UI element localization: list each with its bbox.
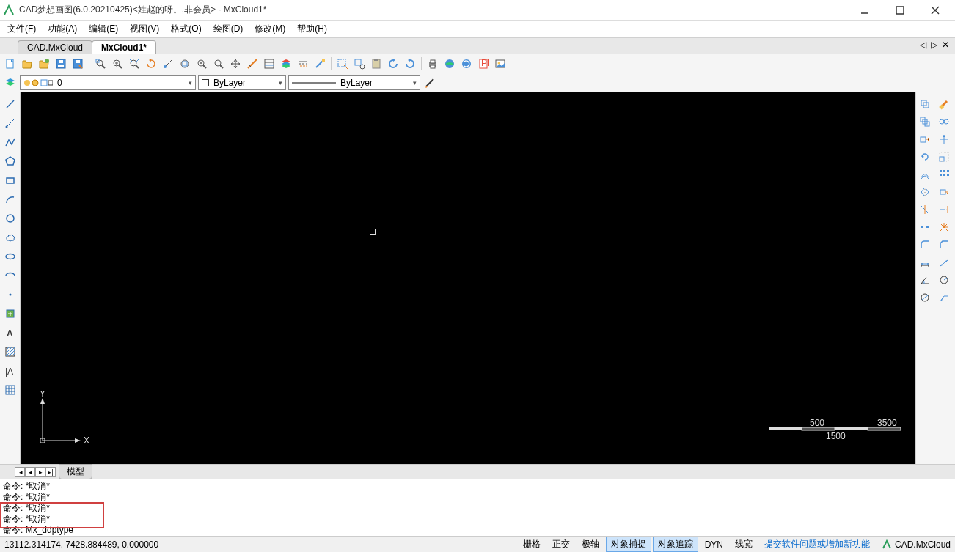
zoom-extents-icon[interactable]: [127, 56, 142, 71]
doc-tab-1[interactable]: MxCloud1*: [92, 40, 156, 54]
grid-toggle[interactable]: 栅格: [518, 537, 546, 552]
image-icon[interactable]: [493, 56, 508, 71]
save-as-icon[interactable]: [70, 56, 85, 71]
layers-icon[interactable]: [279, 56, 293, 71]
extend-icon[interactable]: [937, 202, 951, 217]
line-icon[interactable]: [3, 97, 18, 111]
menu-format[interactable]: 格式(O): [171, 23, 201, 35]
globe-refresh-icon[interactable]: [459, 56, 474, 71]
nav-first-icon[interactable]: |◂: [15, 467, 25, 477]
maximize-button[interactable]: [889, 3, 911, 18]
otrack-toggle[interactable]: 对象追踪: [653, 537, 698, 552]
pdf-icon[interactable]: PDF: [476, 56, 491, 71]
trim-icon[interactable]: [918, 202, 932, 217]
mirror-icon[interactable]: [918, 185, 932, 199]
move-arrow-icon[interactable]: [937, 132, 951, 147]
layer-manager-icon[interactable]: [3, 75, 18, 90]
menu-view[interactable]: 视图(V): [130, 23, 159, 35]
tab-prev-icon[interactable]: ◁: [918, 40, 928, 50]
select-icon[interactable]: [335, 56, 350, 71]
erase-icon[interactable]: [937, 97, 951, 111]
chamfer-icon[interactable]: [937, 237, 951, 252]
dim-aligned-icon[interactable]: [937, 255, 951, 270]
zoom-center-icon[interactable]: [194, 56, 209, 71]
paste-icon[interactable]: [369, 56, 384, 71]
copy-obj-icon[interactable]: [918, 97, 932, 111]
revcloud-icon[interactable]: [3, 230, 18, 245]
tab-close-icon[interactable]: ✕: [940, 40, 951, 50]
layer-combo[interactable]: 0 ▾: [20, 75, 196, 90]
measure-icon[interactable]: [245, 56, 260, 71]
menu-file[interactable]: 文件(F): [7, 23, 36, 35]
ellipse-arc-icon[interactable]: [3, 268, 18, 283]
ortho-toggle[interactable]: 正交: [547, 537, 575, 552]
menu-func[interactable]: 功能(A): [48, 23, 77, 35]
linetype-combo[interactable]: ByLayer ▾: [288, 75, 420, 90]
circle-icon[interactable]: [3, 211, 18, 226]
leader-icon[interactable]: [937, 290, 951, 305]
fillet-icon[interactable]: [918, 237, 932, 252]
zoom-previous-icon[interactable]: [144, 56, 158, 71]
nav-next-icon[interactable]: ▸: [35, 467, 45, 477]
zoom-window-icon[interactable]: [93, 56, 108, 71]
save-icon[interactable]: [54, 56, 68, 71]
osnap-toggle[interactable]: 对象捕捉: [606, 537, 651, 552]
redo-icon[interactable]: [403, 56, 417, 71]
text-icon[interactable]: A: [3, 325, 18, 340]
nav-prev-icon[interactable]: ◂: [25, 467, 35, 477]
menu-modify[interactable]: 修改(M): [255, 23, 285, 35]
print-icon[interactable]: [425, 56, 440, 71]
dim-linear-icon[interactable]: [918, 255, 932, 270]
lineweight-toggle[interactable]: 线宽: [730, 537, 758, 552]
dim-diameter-icon[interactable]: [918, 290, 932, 305]
dyn-toggle[interactable]: DYN: [700, 538, 728, 551]
match-prop-icon[interactable]: [312, 56, 327, 71]
close-button[interactable]: [924, 3, 946, 18]
arc-icon[interactable]: [3, 192, 18, 207]
copy-multi-icon[interactable]: [918, 114, 932, 129]
zoom-scale-icon[interactable]: [161, 56, 175, 71]
stretch-icon[interactable]: [937, 185, 951, 199]
menu-draw[interactable]: 绘图(D): [213, 23, 244, 35]
open-file-icon[interactable]: [20, 56, 34, 71]
ellipse-icon[interactable]: [3, 249, 18, 264]
explode-icon[interactable]: [937, 220, 951, 235]
model-tab[interactable]: 模型: [59, 464, 92, 479]
menu-help[interactable]: 帮助(H): [297, 23, 327, 35]
menu-edit[interactable]: 编辑(E): [89, 23, 118, 35]
mirror-link-icon[interactable]: [937, 114, 951, 129]
zoom-all-icon[interactable]: [178, 56, 192, 71]
polygon-icon[interactable]: [3, 154, 18, 169]
polar-toggle[interactable]: 极轴: [577, 537, 604, 552]
linetype-icon[interactable]: [296, 56, 310, 71]
polyline-icon[interactable]: [3, 135, 18, 150]
tab-next-icon[interactable]: ▷: [929, 40, 939, 50]
drawing-canvas[interactable]: Y X 500 3500 1500: [21, 92, 915, 464]
zoom-in-icon[interactable]: [110, 56, 125, 71]
hatch-icon[interactable]: [3, 345, 18, 359]
feedback-link[interactable]: 提交软件问题或增加新功能: [759, 537, 875, 552]
zoom-realtime-icon[interactable]: [211, 56, 226, 71]
nav-last-icon[interactable]: ▸|: [45, 467, 56, 477]
table-grid-icon[interactable]: [3, 383, 18, 397]
ray-icon[interactable]: [3, 116, 18, 130]
color-combo[interactable]: ByLayer ▾: [198, 75, 286, 90]
globe-icon[interactable]: [442, 56, 457, 71]
rectangle-icon[interactable]: [3, 173, 18, 188]
quick-select-icon[interactable]: [352, 56, 367, 71]
new-file-icon[interactable]: [3, 56, 18, 71]
open-cloud-icon[interactable]: [37, 56, 51, 71]
properties-icon[interactable]: [262, 56, 277, 71]
undo-icon[interactable]: [386, 56, 400, 71]
move-obj-icon[interactable]: [918, 132, 932, 147]
point-icon[interactable]: [3, 287, 18, 302]
scale-icon[interactable]: [937, 150, 951, 164]
minimize-button[interactable]: [854, 3, 876, 18]
doc-tab-0[interactable]: CAD.MxCloud: [18, 40, 92, 54]
command-input[interactable]: [26, 525, 319, 535]
dim-radius-icon[interactable]: [937, 273, 951, 287]
array-icon[interactable]: [937, 167, 951, 182]
block-insert-icon[interactable]: [3, 306, 18, 321]
mtext-icon[interactable]: |A: [3, 364, 18, 378]
rotate-icon[interactable]: [918, 150, 932, 164]
